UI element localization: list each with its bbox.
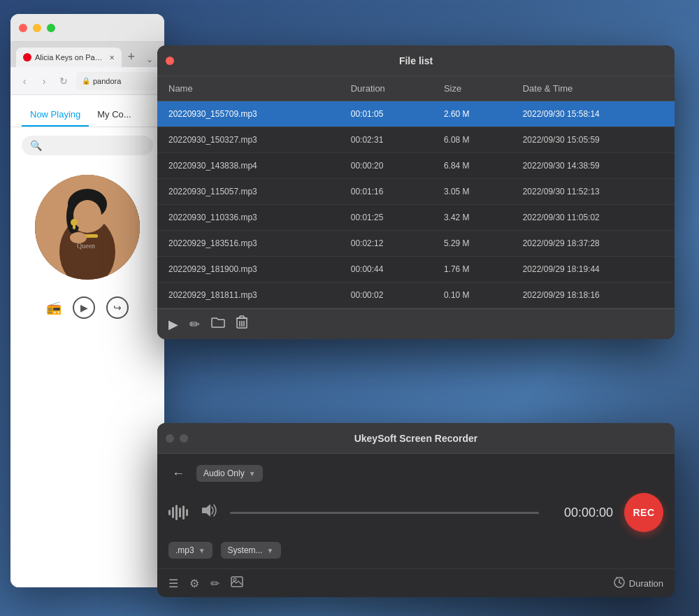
file-duration-cell: 00:02:31 xyxy=(340,127,433,153)
file-date-cell: 2022/09/30 15:05:59 xyxy=(512,127,675,153)
svg-rect-7 xyxy=(73,224,75,229)
back-browser-button[interactable]: ‹ xyxy=(17,74,31,88)
maximize-button[interactable] xyxy=(47,24,55,32)
open-folder-button[interactable] xyxy=(211,316,225,332)
file-list-title: File list xyxy=(399,55,433,66)
nav-now-playing[interactable]: Now Playing xyxy=(22,103,89,127)
modal-close-button[interactable] xyxy=(166,57,174,65)
duration-label[interactable]: Duration xyxy=(614,577,663,590)
edit-file-button[interactable]: ✏ xyxy=(189,317,200,332)
source-dropdown-arrow: ▼ xyxy=(267,547,274,554)
search-box[interactable]: 🔍 xyxy=(22,136,153,155)
file-date-cell: 2022/09/30 11:05:02 xyxy=(512,205,675,231)
browser-address-bar: ‹ › ↻ 🔒 pandora xyxy=(10,67,164,95)
recorder-back-button[interactable]: ← xyxy=(168,464,188,483)
file-table-body: 20220930_155709.mp300:01:052.60 M2022/09… xyxy=(157,101,675,308)
col-size-header: Size xyxy=(433,76,512,101)
nav-my-collections[interactable]: My Co... xyxy=(89,103,139,127)
recorder-btn-1[interactable] xyxy=(166,434,174,443)
file-name-cell: 20220930_143838.mp4 xyxy=(157,153,340,179)
file-date-cell: 2022/09/29 18:37:28 xyxy=(512,231,675,257)
source-dropdown[interactable]: System... ▼ xyxy=(221,542,281,559)
table-header-row: Name Duration Size Date & Time xyxy=(157,76,675,101)
settings-icon[interactable]: ⚙ xyxy=(189,577,199,590)
list-icon[interactable]: ☰ xyxy=(168,577,178,590)
recorder-titlebar: UkeySoft Screen Recorder xyxy=(157,423,675,454)
svg-line-24 xyxy=(619,582,621,584)
file-duration-cell: 00:02:12 xyxy=(340,231,433,257)
radio-icon[interactable]: 📻 xyxy=(46,300,62,315)
file-list-titlebar: File list xyxy=(157,45,675,76)
image-icon[interactable] xyxy=(231,576,243,590)
table-row[interactable]: 20220930_150327.mp300:02:316.08 M2022/09… xyxy=(157,127,675,153)
wave-bar xyxy=(186,509,188,516)
wave-bar xyxy=(175,505,178,520)
file-date-cell: 2022/09/30 15:58:14 xyxy=(512,101,675,127)
play-file-button[interactable]: ▶ xyxy=(168,317,178,332)
search-icon: 🔍 xyxy=(30,140,42,151)
waveform-icon xyxy=(168,503,188,522)
file-list-modal: File list Name Duration Size Date & Time… xyxy=(157,45,675,339)
table-row[interactable]: 20220930_110336.mp300:01:253.42 M2022/09… xyxy=(157,205,675,231)
file-size-cell: 1.76 M xyxy=(433,257,512,282)
file-date-cell: 2022/09/29 18:19:44 xyxy=(512,257,675,282)
refresh-browser-button[interactable]: ↻ xyxy=(57,74,71,88)
table-row[interactable]: 20220929_183516.mp300:02:125.29 M2022/09… xyxy=(157,231,675,257)
delete-file-button[interactable] xyxy=(236,315,247,333)
table-row[interactable]: 20220929_181900.mp300:00:441.76 M2022/09… xyxy=(157,257,675,282)
file-name-cell: 20220930_110336.mp3 xyxy=(157,205,340,231)
wave-bar xyxy=(168,510,171,515)
browser-titlebar xyxy=(10,14,164,42)
col-name-header: Name xyxy=(157,76,340,101)
file-size-cell: 5.29 M xyxy=(433,231,512,257)
file-duration-cell: 00:00:44 xyxy=(340,257,433,282)
file-size-cell: 2.60 M xyxy=(433,101,512,127)
mode-dropdown[interactable]: Audio Only ▼ xyxy=(196,465,263,482)
forward-browser-button[interactable]: › xyxy=(37,74,51,88)
col-duration-header: Duration xyxy=(340,76,433,101)
recorder-btn-2[interactable] xyxy=(180,434,188,443)
browser-window: Alicia Keys on Pandora | Radio... ✕ + ⌄ … xyxy=(10,14,164,587)
volume-icon[interactable] xyxy=(199,502,219,523)
record-button[interactable]: REC xyxy=(624,493,663,532)
tab-close-button[interactable]: ✕ xyxy=(109,52,115,62)
close-button[interactable] xyxy=(19,24,27,32)
svg-text:Queen: Queen xyxy=(77,242,95,250)
share-button[interactable]: ↪ xyxy=(106,296,129,319)
recorder-traffic-lights xyxy=(166,434,188,443)
recorder-body: ← Audio Only ▼ xyxy=(157,454,675,568)
recorder-window: UkeySoft Screen Recorder ← Audio Only ▼ xyxy=(157,423,675,597)
footer-icons: ☰ ⚙ ✏ xyxy=(168,576,243,590)
edit-icon[interactable]: ✏ xyxy=(210,577,219,590)
table-row[interactable]: 20220930_155709.mp300:01:052.60 M2022/09… xyxy=(157,101,675,127)
play-button[interactable]: ▶ xyxy=(73,296,95,319)
file-toolbar: ▶ ✏ xyxy=(157,308,675,339)
format-dropdown-arrow: ▼ xyxy=(199,547,206,554)
file-name-cell: 20220930_155709.mp3 xyxy=(157,101,340,127)
table-row[interactable]: 20220930_115057.mp300:01:163.05 M2022/09… xyxy=(157,179,675,205)
file-duration-cell: 00:01:05 xyxy=(340,101,433,127)
recording-time: 00:00:00 xyxy=(550,506,613,520)
file-size-cell: 3.05 M xyxy=(433,179,512,205)
file-date-cell: 2022/09/29 18:18:16 xyxy=(512,282,675,308)
table-row[interactable]: 20220929_181811.mp300:00:020.10 M2022/09… xyxy=(157,282,675,308)
svg-marker-19 xyxy=(202,504,210,517)
format-dropdown[interactable]: .mp3 ▼ xyxy=(168,542,212,559)
table-row[interactable]: 20220930_143838.mp400:00:206.84 M2022/09… xyxy=(157,153,675,179)
file-duration-cell: 00:01:25 xyxy=(340,205,433,231)
col-datetime-header: Date & Time xyxy=(512,76,675,101)
recording-progress-bar[interactable] xyxy=(230,512,539,514)
active-tab[interactable]: Alicia Keys on Pandora | Radio... ✕ xyxy=(16,48,122,67)
address-field[interactable]: 🔒 pandora xyxy=(76,72,157,90)
pandora-favicon xyxy=(23,53,31,62)
new-tab-button[interactable]: + xyxy=(122,47,140,67)
file-name-cell: 20220929_181900.mp3 xyxy=(157,257,340,282)
browser-menu-button[interactable]: ⌄ xyxy=(140,52,159,67)
mode-dropdown-arrow: ▼ xyxy=(249,470,256,478)
svg-point-21 xyxy=(233,578,236,581)
minimize-button[interactable] xyxy=(33,24,41,32)
recorder-row-1: ← Audio Only ▼ xyxy=(168,464,663,483)
modal-traffic-lights xyxy=(166,57,174,65)
pandora-search-area: 🔍 xyxy=(10,127,164,164)
clock-icon xyxy=(614,577,625,590)
